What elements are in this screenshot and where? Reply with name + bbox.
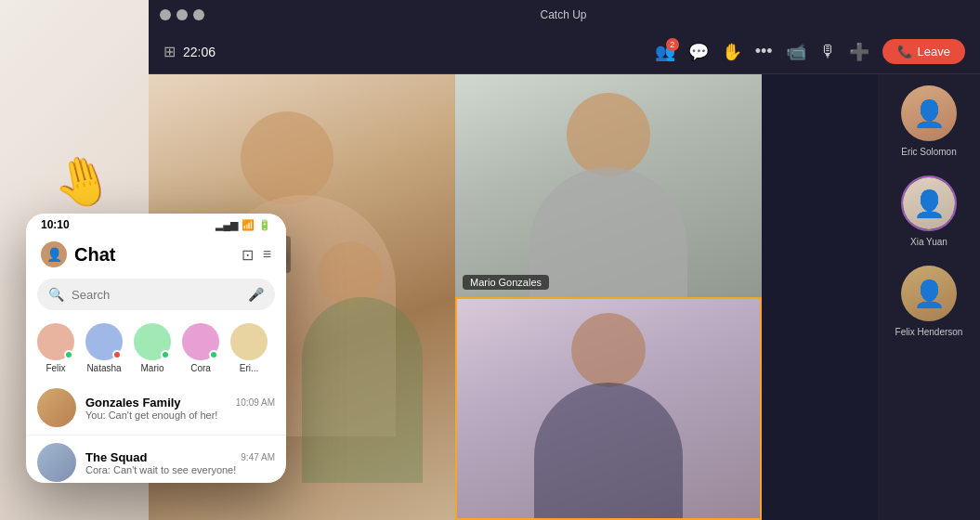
phone-status-icons: ▂▄▆ 📶 🔋 <box>216 219 271 231</box>
toolbar-left: ⊞ 22:06 <box>163 43 216 60</box>
participant-name-felix: Felix Henderson <box>895 327 963 337</box>
grid-icon[interactable]: ⊞ <box>163 43 176 60</box>
phone-status-bar: 10:10 ▂▄▆ 📶 🔋 <box>26 214 286 236</box>
chat-preview-gonzales-family: You: Can't get enough of her! <box>85 410 275 421</box>
contact-eri[interactable]: Eri... <box>230 323 268 373</box>
window-title: Catch Up <box>204 8 922 21</box>
chat-avatar-gonzales-family <box>37 388 76 427</box>
chat-time-squad: 9:47 AM <box>241 452 275 462</box>
chat-button[interactable]: 💬 <box>688 42 709 62</box>
participant-name-eric: Eric Solomon <box>901 147 956 157</box>
avatar-felix: 👤 <box>901 266 957 321</box>
maximize-button[interactable] <box>176 9 188 20</box>
contact-label-mario: Mario <box>140 363 163 373</box>
contact-label-felix: Felix <box>46 363 65 373</box>
avatar-eric: 👤 <box>901 85 957 141</box>
chat-name-squad: The Squad <box>85 450 147 464</box>
participant-xia[interactable]: 👤 Xia Yuan <box>901 176 957 247</box>
status-dot-cora <box>209 350 218 359</box>
contact-label-natasha: Natasha <box>86 363 121 373</box>
video-cell-mario: Mario Gonzales <box>455 74 762 297</box>
contact-cora[interactable]: Cora <box>182 323 219 373</box>
chat-time-gonzales-family: 10:09 AM <box>236 397 275 408</box>
close-button[interactable] <box>193 9 204 20</box>
status-dot-mario <box>161 350 170 359</box>
participants-sidebar: 👤 Eric Solomon 👤 Xia Yuan 👤 Felix Hender… <box>878 74 980 520</box>
status-dot-natasha <box>112 350 122 359</box>
chat-icon: 💬 <box>688 43 709 61</box>
chat-content-squad: The Squad 9:47 AM Cora: Can't wait to se… <box>85 450 275 475</box>
participants-button[interactable]: 👥 2 <box>655 42 675 62</box>
contact-label-eri: Eri... <box>240 363 259 373</box>
hand-icon: ✋ <box>722 43 742 61</box>
contact-natasha[interactable]: Natasha <box>85 323 123 373</box>
mic-icon[interactable]: 🎤 <box>248 287 264 302</box>
chat-name-gonzales-family: Gonzales Family <box>85 396 181 410</box>
signal-icon: ▂▄▆ <box>216 219 238 231</box>
battery-icon: 🔋 <box>258 219 271 231</box>
toolbar-right: 👥 2 💬 ✋ ••• 📹 🎙 <box>655 39 965 64</box>
filter-icon[interactable]: ≡ <box>263 246 271 264</box>
chat-top-gonzales-family: Gonzales Family 10:09 AM <box>85 396 275 410</box>
ellipsis-icon: ••• <box>755 42 773 60</box>
mobile-phone: 10:10 ▂▄▆ 📶 🔋 👤 Chat ⊡ ≡ 🔍 🎤 <box>26 214 286 483</box>
leave-button[interactable]: 📞 Leave <box>882 39 965 64</box>
phone-time: 10:10 <box>41 218 70 231</box>
minimize-button[interactable] <box>160 9 171 20</box>
avatar-xia: 👤 <box>901 176 957 231</box>
contact-avatar-eri <box>230 323 268 360</box>
participant-eric[interactable]: 👤 Eric Solomon <box>901 85 957 157</box>
contact-img-eri <box>230 323 268 360</box>
search-bar[interactable]: 🔍 🎤 <box>37 279 275 310</box>
contact-avatar-cora <box>182 323 219 360</box>
toolbar: ⊞ 22:06 👥 2 💬 ✋ ••• 📹 <box>149 30 980 74</box>
contact-label-cora: Cora <box>190 363 211 373</box>
chat-title-row: 👤 Chat <box>41 241 115 267</box>
contact-avatar-felix <box>37 323 74 360</box>
contact-mario[interactable]: Mario <box>134 323 171 373</box>
video-name-mario: Mario Gonzales <box>463 275 549 290</box>
mic-icon: 🎙 <box>819 42 836 60</box>
chat-list: Gonzales Family 10:09 AM You: Can't get … <box>26 381 286 483</box>
add-person-icon: ➕ <box>849 43 869 61</box>
header-icons: ⊡ ≡ <box>242 246 271 264</box>
contact-felix[interactable]: Felix <box>37 323 74 373</box>
contact-avatar-row: Felix Natasha Mario Cora <box>26 318 286 381</box>
video-button[interactable]: 📹 <box>786 42 806 62</box>
raise-hand-button[interactable]: ✋ <box>722 42 742 62</box>
title-bar: Catch Up <box>149 0 980 30</box>
video-cell-woman <box>455 297 762 520</box>
contact-avatar-mario <box>134 323 171 360</box>
status-dot-felix <box>64 350 73 359</box>
wifi-icon: 📶 <box>242 219 255 231</box>
phone-icon: 📞 <box>897 45 912 58</box>
contact-avatar-natasha <box>85 323 123 360</box>
more-options-button[interactable]: ••• <box>755 42 773 61</box>
search-input[interactable] <box>72 288 241 302</box>
chat-title: Chat <box>74 244 115 266</box>
participant-felix[interactable]: 👤 Felix Henderson <box>895 266 963 337</box>
search-icon: 🔍 <box>48 287 64 302</box>
toolbar-time: 22:06 <box>183 45 216 59</box>
chat-content-gonzales-family: Gonzales Family 10:09 AM You: Can't get … <box>85 396 275 421</box>
chat-top-squad: The Squad 9:47 AM <box>85 450 275 464</box>
screen-icon[interactable]: ⊡ <box>242 246 254 264</box>
chat-header: 👤 Chat ⊡ ≡ <box>26 236 286 275</box>
chat-item-gonzales-family[interactable]: Gonzales Family 10:09 AM You: Can't get … <box>26 381 286 436</box>
add-participant-button[interactable]: ➕ <box>849 42 869 62</box>
chat-item-squad[interactable]: The Squad 9:47 AM Cora: Can't wait to se… <box>26 436 286 483</box>
chat-avatar-squad <box>37 443 76 482</box>
notification-badge: 2 <box>666 38 679 51</box>
chat-user-avatar: 👤 <box>41 241 67 267</box>
video-icon: 📹 <box>786 43 806 61</box>
chat-preview-squad: Cora: Can't wait to see everyone! <box>85 464 275 475</box>
participant-name-xia: Xia Yuan <box>910 237 947 247</box>
mic-button[interactable]: 🎙 <box>819 42 836 61</box>
